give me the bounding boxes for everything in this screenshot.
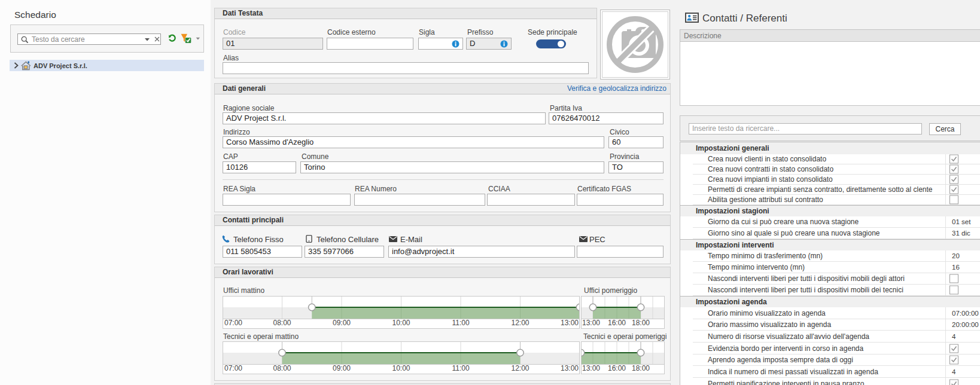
svg-text:16:00: 16:00 bbox=[608, 364, 626, 372]
svg-text:13:00: 13:00 bbox=[582, 319, 600, 327]
svg-text:07:00: 07:00 bbox=[224, 319, 242, 327]
svg-text:09:00: 09:00 bbox=[333, 364, 351, 372]
svg-text:07:00: 07:00 bbox=[224, 364, 242, 372]
svg-text:18:00: 18:00 bbox=[632, 319, 650, 327]
svg-text:08:00: 08:00 bbox=[273, 319, 291, 327]
svg-text:16:00: 16:00 bbox=[608, 319, 626, 327]
svg-text:13:00: 13:00 bbox=[561, 319, 579, 327]
svg-text:10:00: 10:00 bbox=[392, 364, 410, 372]
svg-text:12:00: 12:00 bbox=[511, 364, 529, 372]
svg-text:09:00: 09:00 bbox=[333, 319, 351, 327]
svg-text:11:00: 11:00 bbox=[452, 319, 469, 327]
svg-text:11:00: 11:00 bbox=[452, 364, 469, 372]
svg-text:18:00: 18:00 bbox=[632, 364, 650, 372]
svg-text:13:00: 13:00 bbox=[582, 364, 600, 372]
svg-text:13:00: 13:00 bbox=[561, 364, 579, 372]
svg-text:08:00: 08:00 bbox=[273, 364, 291, 372]
svg-text:10:00: 10:00 bbox=[392, 319, 410, 327]
svg-text:12:00: 12:00 bbox=[511, 319, 529, 327]
